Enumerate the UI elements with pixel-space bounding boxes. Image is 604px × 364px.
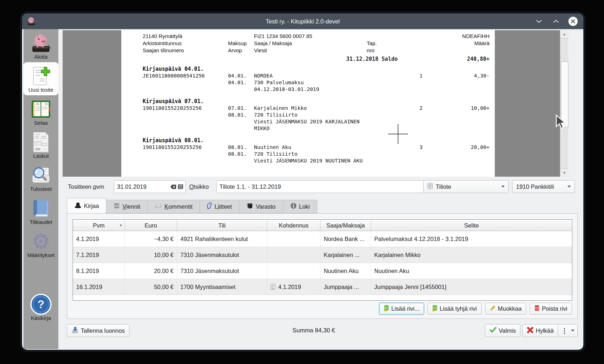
reject-button[interactable]: Hylkää [522,324,558,337]
table-row[interactable]: 4.1.2019 −4,30 € 4921 Rahaliikenteen kul… [73,231,572,247]
close-button[interactable] [568,17,578,26]
tab-varasto[interactable]: Varasto [239,200,283,213]
box-icon [247,203,253,210]
tab-label: Liitteet [214,203,232,210]
blue-book-icon [24,198,58,219]
add-row-icon [384,305,389,313]
invoice-icon [24,132,58,153]
table-row[interactable]: 7.1.2019 10,00 € 7310 Jäsenmaksutulot Ka… [73,247,572,263]
rows-stack-icon [113,203,120,210]
saldo-amount: 240,80+ [467,56,489,62]
date-input-wrap [114,180,186,193]
sidebar-item-laskut[interactable]: Laskut [23,128,58,161]
sidebar-item-label: Käsikirja [24,315,58,321]
clear-date-icon[interactable] [170,184,176,189]
column-header-pvm[interactable]: Pvm▾ [73,220,125,231]
calendar-planner-icon: 18 19 [24,98,58,120]
bank-statement-page: 21140 Rymättylä FI21 1234 5600 0007 85 N… [121,30,495,177]
add-row-button[interactable]: Lisää rivi... [379,303,424,315]
more-actions-button[interactable]: ⋮ [558,324,578,337]
col-maara: Määrä [474,40,489,46]
statement-line: 04.12.2018-03.01.2019 [121,86,495,93]
statement-line: 08.01. 720 Tilisiirto [121,112,495,119]
tab-label: Varasto [256,203,276,210]
chevron-down-icon [501,186,505,188]
printer-magnifier-icon [24,165,58,186]
sidebar-item-label: Tilikaudet [24,219,58,225]
sidebar-item-tilikaudet[interactable]: Tilikaudet [23,194,58,228]
sidebar-item-selaa[interactable]: 18 19 Selaa [23,95,58,128]
sidebar-item-aloita[interactable]: Aloita [23,29,58,62]
sidebar-item-label: Aloita [24,54,58,60]
minimize-button[interactable] [534,17,544,26]
column-header-selite[interactable]: Selite [371,220,572,231]
row-actions: Lisää rivi... Lisää tyhjä rivi [379,303,572,315]
add-empty-row-button[interactable]: Lisää tyhjä rivi [428,303,482,315]
statement-line: Viesti JÄSENMASKU 2019 NUUTINEN AKU [121,158,495,165]
chevron-down-icon [571,330,574,332]
table-row[interactable]: 8.1.2019 20,00 € 7310 Jäsenmaksutulot Nu… [73,263,572,279]
info-icon [290,203,297,210]
statement-line: Viesti JÄSENMAKSU 2019 KARJALAINEN [121,119,495,125]
calendar-left-number: 18 [36,103,39,105]
crosshair-cursor [398,124,398,144]
column-header-tili[interactable]: Tili [177,220,267,231]
sidebar-item-kasikirja[interactable]: ? Käsikirja [23,290,58,323]
tab-label: Viennit [122,203,140,210]
window-title: Testi ry. - Kitupiikki 2.0-devel [266,18,340,25]
app-piggybank-icon [27,17,36,27]
scroll-up-button[interactable]: ▲ [560,30,568,38]
piggybank-book-icon [24,32,58,54]
tab-kommentit[interactable]: Kommentit [148,200,200,213]
column-header-euro[interactable]: Euro [125,220,177,231]
title-input-wrap [216,180,424,193]
preview-scrollbar[interactable]: ▲ ▼ [560,30,568,177]
column-header-saaja[interactable]: Saaja/Maksaja [320,220,371,231]
tab-viennit[interactable]: Viennit [106,200,148,213]
bank-address: 21140 Rymättylä [143,33,182,39]
titlebar[interactable]: Testi ry. - Kitupiikki 2.0-devel [22,14,583,29]
date-field-label: Tositteen pvm [68,180,104,194]
tab-loki[interactable]: Loki [283,200,317,213]
title-input[interactable] [219,183,422,191]
edit-row-button[interactable]: Muokkaa [485,303,526,315]
sidebar-item-tulosteet[interactable]: Tulosteet [23,161,58,194]
done-button[interactable]: Valmis [485,324,520,337]
document-type-combo[interactable]: Tiliote [423,180,509,193]
scroll-down-button[interactable]: ▼ [560,168,568,177]
tab-label: Kommentit [164,203,192,210]
sidebar-item-maaritykset[interactable]: ⚙ Määritykset [23,228,58,261]
column-header-kohdennus[interactable]: Kohdennus [267,220,320,231]
statement-line: 1901180155220255256 08.01. Nuutinen Aku … [121,144,495,151]
table-row[interactable]: 16.1.2019 50,00 € 1700 Myyntisaamiset 4.… [73,279,572,295]
col-account: Saajan tilinumero [143,47,184,53]
sidebar-item-label: Selaa [24,120,58,126]
sidebar-item-label: Tulosteet [24,186,58,192]
kirjaa-tab-panel: Pvm▾ Euro Tili Kohdennus Saaja/Maksaja S… [67,213,578,319]
calendar-picker-icon[interactable] [178,184,183,189]
linked-document-icon [270,284,276,290]
tab-kirjaa[interactable]: Kirjaa [67,198,106,213]
delete-row-button[interactable]: Poista rivi [530,303,572,315]
save-draft-button[interactable]: Tallenna luonnos [67,324,129,337]
statement-line: 1901180155220255256 07.01. Karjalainen M… [121,105,495,112]
col-tap: Tap. [367,40,377,46]
bank-iban: FI21 1234 5600 0007 85 [254,33,312,39]
close-icon [568,17,578,26]
document-type-icon [427,183,433,191]
paperclip-icon [207,202,212,211]
col-arvop: Arvop [228,47,242,53]
entries-table[interactable]: Pvm▾ Euro Tili Kohdennus Saaja/Maksaja S… [73,219,572,301]
sort-desc-icon: ▾ [120,220,122,231]
sidebar-item-uusi-tosite[interactable]: Uusi tosite [23,62,58,95]
maximize-button[interactable] [551,17,561,26]
red-x-icon [527,327,534,335]
account-combo[interactable]: 1910 Pankkitili [512,180,575,193]
comment-note-icon [155,203,162,210]
add-row-icon [432,305,438,313]
tab-liitteet[interactable]: Liitteet [200,200,239,213]
booking-day-header: Kirjauspäivä 08.01. [121,137,495,144]
date-input[interactable] [116,183,169,191]
sidebar-item-label: Määritykset [24,252,58,258]
save-icon [71,326,79,335]
